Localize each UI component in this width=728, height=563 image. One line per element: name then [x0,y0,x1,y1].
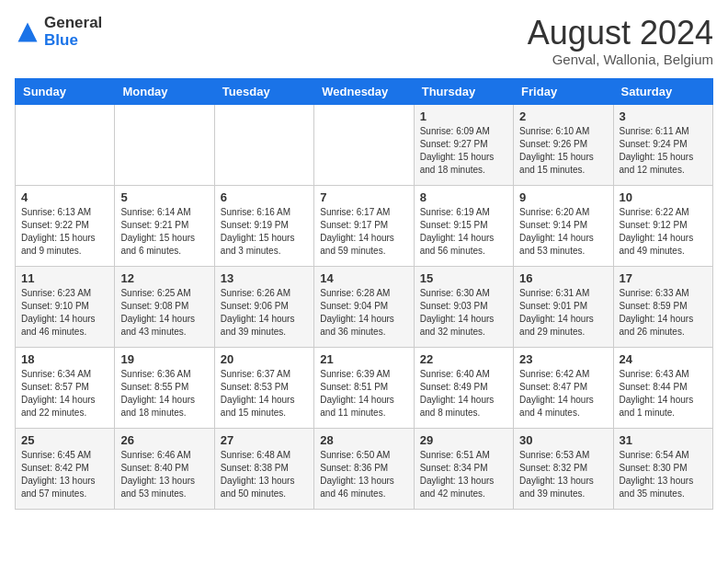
day-number: 31 [620,433,707,447]
day-info: Sunrise: 6:45 AM Sunset: 8:42 PM Dayligh… [21,449,108,500]
logo-text: General Blue [44,15,102,49]
day-info: Sunrise: 6:23 AM Sunset: 9:10 PM Dayligh… [21,287,108,339]
calendar-week-row: 11Sunrise: 6:23 AM Sunset: 9:10 PM Dayli… [16,266,713,347]
calendar-cell: 30Sunrise: 6:53 AM Sunset: 8:32 PM Dayli… [514,428,613,509]
column-header-monday: Monday [115,78,214,104]
day-info: Sunrise: 6:54 AM Sunset: 8:30 PM Dayligh… [620,449,707,500]
day-number: 10 [620,190,707,204]
day-number: 29 [420,433,507,447]
day-number: 17 [620,271,707,285]
day-number: 24 [620,352,707,366]
day-number: 26 [120,433,208,447]
calendar-cell: 3Sunrise: 6:11 AM Sunset: 9:24 PM Daylig… [613,104,712,185]
day-info: Sunrise: 6:50 AM Sunset: 8:36 PM Dayligh… [320,449,407,500]
day-number: 3 [620,109,707,123]
day-number: 13 [221,271,308,285]
day-number: 15 [420,271,507,285]
calendar-cell: 24Sunrise: 6:43 AM Sunset: 8:44 PM Dayli… [613,347,712,428]
calendar-cell: 29Sunrise: 6:51 AM Sunset: 8:34 PM Dayli… [414,428,513,509]
day-number: 21 [320,352,407,366]
day-info: Sunrise: 6:36 AM Sunset: 8:55 PM Dayligh… [120,368,208,419]
day-number: 25 [21,433,108,447]
day-number: 20 [221,352,308,366]
day-info: Sunrise: 6:31 AM Sunset: 9:01 PM Dayligh… [519,287,607,339]
day-number: 12 [120,271,208,285]
day-info: Sunrise: 6:26 AM Sunset: 9:06 PM Dayligh… [221,287,308,339]
calendar-cell: 21Sunrise: 6:39 AM Sunset: 8:51 PM Dayli… [314,347,414,428]
day-info: Sunrise: 6:39 AM Sunset: 8:51 PM Dayligh… [320,368,407,419]
day-info: Sunrise: 6:37 AM Sunset: 8:53 PM Dayligh… [221,368,308,419]
day-number: 30 [519,433,607,447]
day-info: Sunrise: 6:19 AM Sunset: 9:15 PM Dayligh… [420,206,507,258]
day-number: 27 [221,433,308,447]
day-info: Sunrise: 6:34 AM Sunset: 8:57 PM Dayligh… [21,368,108,419]
column-header-tuesday: Tuesday [214,78,313,104]
calendar-cell: 10Sunrise: 6:22 AM Sunset: 9:12 PM Dayli… [613,185,712,266]
calendar-cell: 14Sunrise: 6:28 AM Sunset: 9:04 PM Dayli… [314,266,414,347]
column-header-thursday: Thursday [414,78,513,104]
calendar-cell: 8Sunrise: 6:19 AM Sunset: 9:15 PM Daylig… [414,185,513,266]
day-info: Sunrise: 6:14 AM Sunset: 9:21 PM Dayligh… [120,206,208,258]
calendar-cell: 31Sunrise: 6:54 AM Sunset: 8:30 PM Dayli… [613,428,712,509]
day-number: 5 [120,190,208,204]
calendar-cell: 18Sunrise: 6:34 AM Sunset: 8:57 PM Dayli… [16,347,115,428]
month-year-title: August 2024 [528,15,713,52]
day-number: 18 [21,352,108,366]
calendar-cell: 7Sunrise: 6:17 AM Sunset: 9:17 PM Daylig… [314,185,414,266]
logo-general: General [44,15,102,32]
calendar-cell: 26Sunrise: 6:46 AM Sunset: 8:40 PM Dayli… [115,428,214,509]
calendar-cell [314,104,414,185]
day-info: Sunrise: 6:13 AM Sunset: 9:22 PM Dayligh… [21,206,108,258]
calendar-week-row: 18Sunrise: 6:34 AM Sunset: 8:57 PM Dayli… [16,347,713,428]
day-number: 4 [21,190,108,204]
day-number: 1 [420,109,507,123]
calendar-cell: 23Sunrise: 6:42 AM Sunset: 8:47 PM Dayli… [514,347,613,428]
title-block: August 2024 Genval, Wallonia, Belgium [528,15,713,67]
calendar-cell: 12Sunrise: 6:25 AM Sunset: 9:08 PM Dayli… [115,266,214,347]
day-info: Sunrise: 6:51 AM Sunset: 8:34 PM Dayligh… [420,449,507,500]
logo: General Blue [15,15,102,49]
day-info: Sunrise: 6:42 AM Sunset: 8:47 PM Dayligh… [519,368,607,419]
day-number: 8 [420,190,507,204]
day-number: 23 [519,352,607,366]
calendar-cell: 22Sunrise: 6:40 AM Sunset: 8:49 PM Dayli… [414,347,513,428]
calendar-cell: 28Sunrise: 6:50 AM Sunset: 8:36 PM Dayli… [314,428,414,509]
calendar-cell: 15Sunrise: 6:30 AM Sunset: 9:03 PM Dayli… [414,266,513,347]
day-info: Sunrise: 6:25 AM Sunset: 9:08 PM Dayligh… [120,287,208,339]
day-number: 16 [519,271,607,285]
calendar-week-row: 25Sunrise: 6:45 AM Sunset: 8:42 PM Dayli… [16,428,713,509]
calendar-cell: 27Sunrise: 6:48 AM Sunset: 8:38 PM Dayli… [214,428,313,509]
calendar-cell: 16Sunrise: 6:31 AM Sunset: 9:01 PM Dayli… [514,266,613,347]
calendar-cell: 11Sunrise: 6:23 AM Sunset: 9:10 PM Dayli… [16,266,115,347]
day-info: Sunrise: 6:30 AM Sunset: 9:03 PM Dayligh… [420,287,507,339]
column-header-wednesday: Wednesday [314,78,414,104]
calendar-cell [115,104,214,185]
logo-blue: Blue [44,32,102,50]
calendar-cell: 19Sunrise: 6:36 AM Sunset: 8:55 PM Dayli… [115,347,214,428]
day-info: Sunrise: 6:20 AM Sunset: 9:14 PM Dayligh… [519,206,607,258]
day-number: 2 [519,109,607,123]
day-number: 14 [320,271,407,285]
calendar-cell: 25Sunrise: 6:45 AM Sunset: 8:42 PM Dayli… [16,428,115,509]
day-info: Sunrise: 6:40 AM Sunset: 8:49 PM Dayligh… [420,368,507,419]
day-number: 22 [420,352,507,366]
day-info: Sunrise: 6:48 AM Sunset: 8:38 PM Dayligh… [221,449,308,500]
calendar-week-row: 1Sunrise: 6:09 AM Sunset: 9:27 PM Daylig… [16,104,713,185]
calendar-cell [214,104,313,185]
logo-icon [15,19,40,45]
day-info: Sunrise: 6:17 AM Sunset: 9:17 PM Dayligh… [320,206,407,258]
column-header-sunday: Sunday [16,78,115,104]
calendar-cell [16,104,115,185]
day-info: Sunrise: 6:10 AM Sunset: 9:26 PM Dayligh… [519,125,607,177]
day-info: Sunrise: 6:16 AM Sunset: 9:19 PM Dayligh… [221,206,308,258]
svg-marker-0 [18,22,38,41]
day-info: Sunrise: 6:46 AM Sunset: 8:40 PM Dayligh… [120,449,208,500]
location-subtitle: Genval, Wallonia, Belgium [528,52,713,67]
day-info: Sunrise: 6:33 AM Sunset: 8:59 PM Dayligh… [620,287,707,339]
column-header-friday: Friday [514,78,613,104]
day-info: Sunrise: 6:53 AM Sunset: 8:32 PM Dayligh… [519,449,607,500]
day-number: 28 [320,433,407,447]
day-info: Sunrise: 6:11 AM Sunset: 9:24 PM Dayligh… [620,125,707,177]
calendar-header-row: SundayMondayTuesdayWednesdayThursdayFrid… [16,78,713,104]
day-number: 9 [519,190,607,204]
